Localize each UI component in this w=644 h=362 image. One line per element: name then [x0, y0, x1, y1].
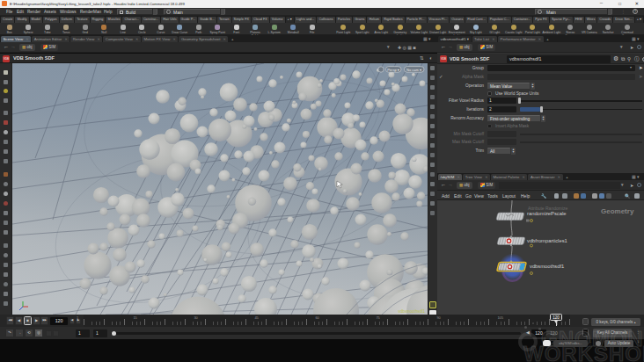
svg-text:vdbsmoothsdf1: vdbsmoothsdf1: [398, 309, 425, 314]
svg-text:Persp ▾: Persp ▾: [387, 68, 399, 72]
